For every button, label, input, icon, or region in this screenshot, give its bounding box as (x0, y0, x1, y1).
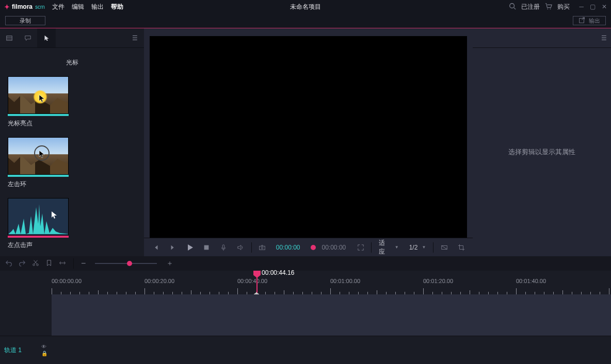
svg-line-1 (514, 7, 516, 9)
waveform-icon (8, 203, 69, 234)
track-body-main[interactable] (52, 294, 611, 336)
chevron-down-icon: ▼ (395, 245, 399, 250)
hamburger-icon[interactable]: ☰ (125, 28, 144, 47)
record-button[interactable]: 录制 (5, 16, 45, 25)
svg-rect-10 (260, 246, 265, 250)
fit-label: 适应 (379, 239, 391, 256)
menu-edit[interactable]: 编辑 (72, 3, 84, 11)
record-label: 录制 (20, 17, 31, 25)
output-label: 输出 (589, 17, 600, 25)
ruler-label: 00:00:40.00 (237, 278, 267, 284)
marker-button[interactable] (45, 259, 53, 268)
close-icon[interactable]: ✕ (602, 3, 607, 10)
ruler-labels: 00:00:00.0000:00:20.0000:00:40.0000:01:0… (52, 278, 611, 285)
lock-icon[interactable]: 🔒 (41, 351, 47, 356)
zoom-slider[interactable] (95, 263, 157, 264)
menu-file[interactable]: 文件 (52, 3, 65, 11)
prev-button[interactable] (148, 240, 163, 255)
thumb-label: 左击环 (8, 180, 69, 189)
tab-annotations[interactable] (19, 28, 37, 47)
title-bar: ✦ filmora scrn 文件 编辑 输出 帮助 未命名项目 已注册 购买 … (0, 0, 611, 13)
svg-rect-9 (223, 244, 225, 248)
properties-panel: ☰ 选择剪辑以显示其属性 (473, 28, 611, 256)
app-logo: ✦ filmora scrn (0, 3, 49, 11)
snapshot-button[interactable] (255, 240, 270, 255)
main-menu: 文件 编辑 输出 帮助 (52, 3, 123, 11)
next-button[interactable] (165, 240, 180, 255)
eye-icon[interactable]: 👁 (41, 344, 47, 350)
svg-point-11 (262, 247, 264, 249)
hamburger-icon[interactable]: ☰ (601, 35, 607, 42)
thumb-underline (8, 175, 69, 177)
progress-handle[interactable] (311, 245, 316, 250)
thumb-left-click-ring[interactable]: 左击环 (8, 137, 69, 189)
thumb-left-click-sound[interactable]: 左点击声 (8, 198, 69, 250)
menu-help[interactable]: 帮助 (111, 3, 123, 11)
video-preview[interactable] (150, 36, 467, 238)
svg-line-13 (441, 245, 447, 249)
track-body-1[interactable] (52, 336, 611, 364)
playhead-handle[interactable] (253, 271, 261, 278)
tab-media[interactable] (0, 28, 19, 47)
tab-cursor[interactable] (37, 28, 56, 47)
zoom-out-button[interactable]: − (81, 259, 86, 268)
timeline-tracks: 轨道 1 👁 🔒 (0, 294, 611, 364)
track-row-1: 轨道 1 👁 🔒 (0, 336, 611, 364)
stop-button[interactable] (199, 240, 214, 255)
project-title: 未命名项目 (290, 3, 321, 11)
play-button[interactable] (182, 240, 197, 255)
track-toggles: 👁 🔒 (41, 344, 47, 356)
fullscreen-button[interactable] (353, 240, 368, 255)
svg-point-14 (33, 263, 35, 266)
minimize-icon[interactable]: ─ (579, 3, 584, 10)
stretch-button[interactable] (59, 259, 66, 268)
search-icon[interactable] (509, 3, 516, 11)
ruler-ticks (52, 287, 611, 294)
time-current: 00:00:00 (276, 244, 300, 251)
timeline-toolbar: − ＋ (0, 256, 611, 271)
ruler-label: 00:01:20.00 (423, 278, 453, 284)
cart-icon[interactable] (545, 3, 552, 11)
properties-top: ☰ (473, 28, 611, 48)
time-total: 00:00:00 (322, 244, 346, 251)
undo-button[interactable] (5, 259, 12, 268)
pointer-icon (38, 150, 46, 158)
brand-sub: scrn (35, 4, 45, 10)
menu-export[interactable]: 输出 (91, 3, 104, 11)
library-tabs: ☰ (0, 28, 144, 48)
preview-canvas (150, 36, 467, 238)
workspace: ☰ 光标 光标亮点 左击环 (0, 28, 611, 256)
pointer-icon (38, 94, 46, 103)
preview-panel: 00:00:00 00:00:00 适应 ▼ 1/2 ▼ (144, 28, 473, 256)
crop-button[interactable] (454, 240, 469, 255)
transport-bar: 00:00:00 00:00:00 适应 ▼ 1/2 ▼ (144, 238, 473, 256)
track-head-1[interactable]: 轨道 1 👁 🔒 (0, 336, 52, 364)
thumb-cursor-highlight[interactable]: 光标亮点 (8, 76, 69, 128)
track-row-main (0, 294, 611, 336)
ruler-label: 00:00:20.00 (144, 278, 174, 284)
chevron-down-icon: ▼ (422, 245, 426, 250)
thumb-label: 左点击声 (8, 241, 69, 250)
registered-label: 已注册 (521, 3, 540, 11)
output-button[interactable]: 输出 (573, 16, 606, 25)
thumbnail-grid: 光标亮点 左击环 左点击声 (0, 72, 144, 254)
pointer-icon (51, 211, 59, 219)
maximize-icon[interactable]: ▢ (590, 3, 596, 10)
fit-selector[interactable]: 适应 ▼ (375, 240, 403, 255)
redo-button[interactable] (19, 259, 26, 268)
speed-selector[interactable]: 1/2 ▼ (405, 240, 430, 255)
zoom-in-button[interactable]: ＋ (166, 259, 173, 268)
timeline-ruler[interactable]: 00:00:00.0000:00:20.0000:00:40.0000:01:0… (0, 271, 611, 294)
library-section-title: 光标 (0, 48, 144, 72)
cut-button[interactable] (32, 259, 39, 268)
svg-rect-5 (7, 36, 12, 40)
svg-rect-4 (580, 19, 584, 23)
thumb-label: 光标亮点 (8, 119, 69, 128)
mic-button[interactable] (216, 240, 231, 255)
buy-label[interactable]: 购买 (557, 3, 570, 11)
speed-label: 1/2 (409, 244, 418, 251)
zoom-handle[interactable] (127, 261, 132, 266)
aspect-button[interactable] (437, 240, 452, 255)
volume-button[interactable] (233, 240, 248, 255)
ruler-label: 00:01:00.00 (330, 278, 360, 284)
